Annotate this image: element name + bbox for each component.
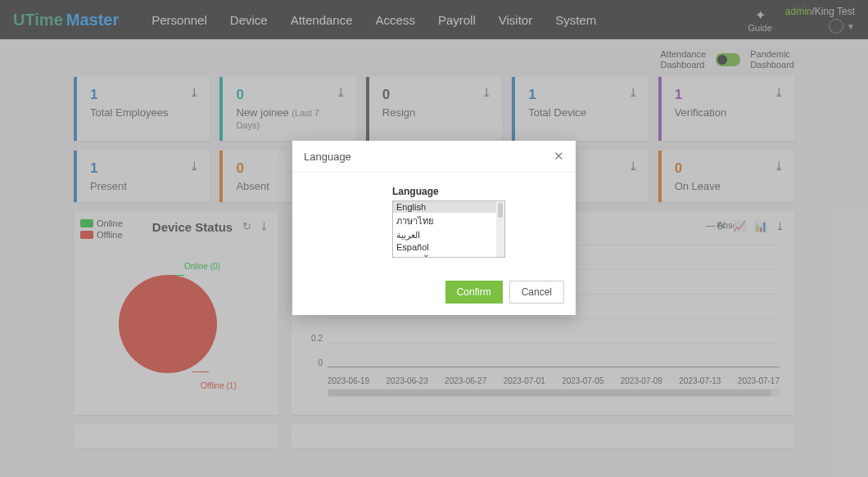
listbox-scrollbar[interactable] [496, 201, 504, 257]
modal-footer: Confirm Cancel [292, 274, 576, 315]
cancel-button[interactable]: Cancel [509, 281, 564, 304]
close-icon[interactable]: ✕ [554, 149, 564, 164]
language-listbox[interactable]: English ภาษาไทย العربية Español русский … [392, 200, 505, 258]
lang-option-arabic[interactable]: العربية [393, 229, 504, 241]
modal-header: Language ✕ [292, 141, 576, 173]
lang-option-thai[interactable]: ภาษาไทย [393, 213, 504, 229]
lang-option-english[interactable]: English [393, 201, 504, 213]
modal-overlay: Language ✕ Language English ภาษาไทย العر… [0, 0, 868, 477]
modal-body: Language English ภาษาไทย العربية Español… [292, 173, 576, 274]
lang-option-spanish[interactable]: Español [393, 241, 504, 253]
confirm-button[interactable]: Confirm [445, 281, 503, 304]
lang-option-russian[interactable]: русский язык [393, 253, 504, 258]
language-modal: Language ✕ Language English ภาษาไทย العر… [292, 141, 576, 315]
language-field-label: Language [392, 186, 559, 197]
modal-title: Language [304, 151, 351, 163]
